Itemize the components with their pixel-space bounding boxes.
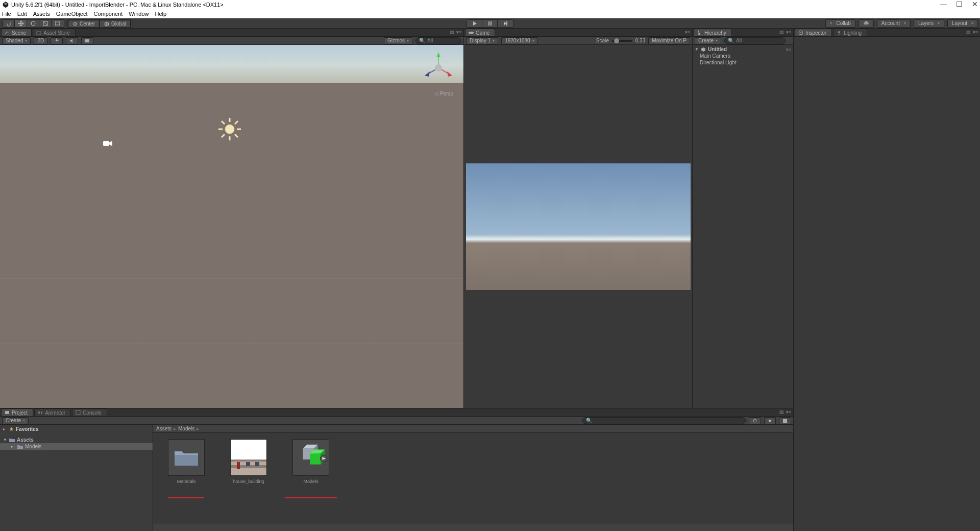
hier-lock-icon[interactable]: ▤: [779, 30, 784, 35]
scene-search[interactable]: 🔍All: [415, 37, 461, 44]
cloud-button[interactable]: [859, 19, 874, 28]
svg-point-6: [55, 25, 56, 26]
hierarchy-scene-root[interactable]: ▼Untitled▾≡: [693, 46, 793, 53]
scene-lock-icon[interactable]: ▤: [450, 30, 454, 35]
asset-materials-folder[interactable]: Materials: [163, 439, 209, 484]
cloud-icon: [863, 21, 869, 26]
maximize-button[interactable]: ☐: [956, 0, 963, 8]
svg-marker-25: [425, 71, 430, 77]
inspector-options-icon[interactable]: ▾≡: [973, 30, 978, 35]
menu-component[interactable]: Component: [93, 11, 122, 17]
maximize-toggle[interactable]: Maximize On P: [648, 37, 690, 44]
tab-scene[interactable]: Scene: [1, 29, 32, 36]
tree-assets[interactable]: ▼Assets: [0, 437, 153, 443]
scene-options-icon[interactable]: ▾≡: [456, 30, 461, 35]
menu-window[interactable]: Window: [129, 11, 149, 17]
orientation-gizmo[interactable]: y: [421, 50, 456, 86]
gizmos-dropdown[interactable]: Gizmos: [384, 37, 412, 44]
tab-animator[interactable]: Animator: [34, 408, 71, 416]
pause-button[interactable]: [482, 20, 498, 27]
toggle-audio[interactable]: [66, 37, 78, 44]
svg-rect-13: [491, 21, 492, 26]
crumb-models[interactable]: Models: [178, 426, 194, 431]
asset-models-prefab[interactable]: Models: [288, 439, 334, 484]
rotate-tool[interactable]: [27, 20, 39, 27]
menu-edit[interactable]: Edit: [17, 11, 27, 17]
tab-lighting[interactable]: Lighting: [833, 29, 867, 36]
tree-favorites[interactable]: ▸★Favorites: [0, 426, 153, 432]
game-viewport[interactable]: [464, 45, 692, 408]
menu-assets[interactable]: Assets: [33, 11, 50, 17]
project-lock-icon[interactable]: ▤: [779, 409, 784, 415]
close-button[interactable]: ✕: [972, 0, 978, 8]
camera-gizmo[interactable]: [102, 139, 113, 148]
hierarchy-item-camera[interactable]: Main Camera: [693, 53, 793, 59]
inspector-lock-icon[interactable]: ▤: [966, 30, 971, 35]
play-button[interactable]: [467, 20, 482, 27]
pivot-center[interactable]: Center: [68, 20, 100, 28]
layout-dropdown[interactable]: Layout: [947, 19, 978, 28]
svg-rect-37: [103, 141, 109, 146]
breadcrumb: Assets ▸ Models ▸: [153, 425, 793, 433]
save-search[interactable]: [779, 417, 791, 424]
directional-light-gizmo[interactable]: [217, 116, 242, 142]
tab-game[interactable]: Game: [465, 29, 495, 36]
tab-hierarchy[interactable]: Hierarchy: [694, 29, 732, 36]
svg-marker-42: [701, 47, 705, 52]
hierarchy-item-light[interactable]: Directional Light: [693, 59, 793, 66]
scale-slider[interactable]: [612, 40, 632, 42]
tab-project[interactable]: Project: [1, 408, 33, 416]
menu-gameobject[interactable]: GameObject: [56, 11, 88, 17]
svg-point-47: [753, 419, 756, 422]
transform-tool-group: [2, 19, 64, 28]
hierarchy-search[interactable]: 🔍All: [724, 37, 786, 44]
minimize-button[interactable]: —: [940, 0, 947, 8]
toggle-fx[interactable]: [81, 37, 93, 44]
scale-value: 0.23: [635, 38, 645, 43]
tab-inspector[interactable]: Inspector: [795, 29, 832, 36]
display-dropdown[interactable]: Display 1: [466, 37, 498, 44]
inspector-icon: [798, 30, 803, 35]
shading-mode[interactable]: Shaded: [2, 37, 31, 44]
layers-dropdown[interactable]: Layers: [914, 19, 944, 28]
step-icon: [503, 21, 508, 26]
toggle-2d[interactable]: 2D: [34, 37, 47, 44]
rect-tool[interactable]: [52, 20, 64, 27]
crumb-assets[interactable]: Assets: [156, 426, 172, 431]
collab-dropdown[interactable]: Collab: [825, 19, 855, 28]
game-subbar: Display 1 1920x1080 Scale 0.23 Maximize …: [464, 37, 692, 45]
filter-by-type[interactable]: [749, 417, 761, 424]
pivot-global[interactable]: Global: [100, 20, 131, 28]
game-render: [466, 163, 691, 290]
scale-tool[interactable]: [39, 20, 52, 27]
move-tool[interactable]: [15, 20, 27, 27]
project-options-icon[interactable]: ▾≡: [786, 409, 791, 415]
persp-label[interactable]: ◁ Persp: [434, 91, 453, 96]
menu-file[interactable]: File: [2, 11, 11, 17]
filter-by-label[interactable]: ★: [764, 417, 776, 424]
hier-options-icon[interactable]: ▾≡: [786, 30, 791, 35]
resolution-dropdown[interactable]: 1920x1080: [501, 37, 538, 44]
scene-viewport[interactable]: y ◁ Persp: [0, 45, 463, 408]
svg-point-5: [59, 21, 60, 22]
tab-asset-store[interactable]: Asset Store: [33, 29, 76, 36]
audio-icon: [69, 38, 75, 43]
hierarchy-create[interactable]: Create: [695, 37, 721, 44]
scale-icon: [42, 20, 48, 27]
move-icon: [18, 20, 24, 27]
menu-help[interactable]: Help: [155, 11, 166, 17]
svg-rect-39: [698, 31, 699, 32]
tab-console[interactable]: Console: [72, 408, 107, 416]
hand-tool[interactable]: [3, 20, 15, 27]
project-create[interactable]: Create: [2, 417, 29, 424]
step-button[interactable]: [498, 20, 513, 27]
game-tabrow: Game ▾≡: [464, 29, 692, 37]
asset-house-building[interactable]: house_building: [226, 439, 272, 484]
tree-models[interactable]: ▸Models: [0, 443, 153, 450]
account-dropdown[interactable]: Account: [877, 19, 911, 28]
toggle-lighting[interactable]: [51, 37, 63, 44]
game-options-icon[interactable]: ▾≡: [685, 30, 690, 35]
project-search[interactable]: 🔍: [582, 417, 746, 424]
svg-rect-3: [56, 22, 60, 25]
svg-point-58: [800, 32, 801, 33]
